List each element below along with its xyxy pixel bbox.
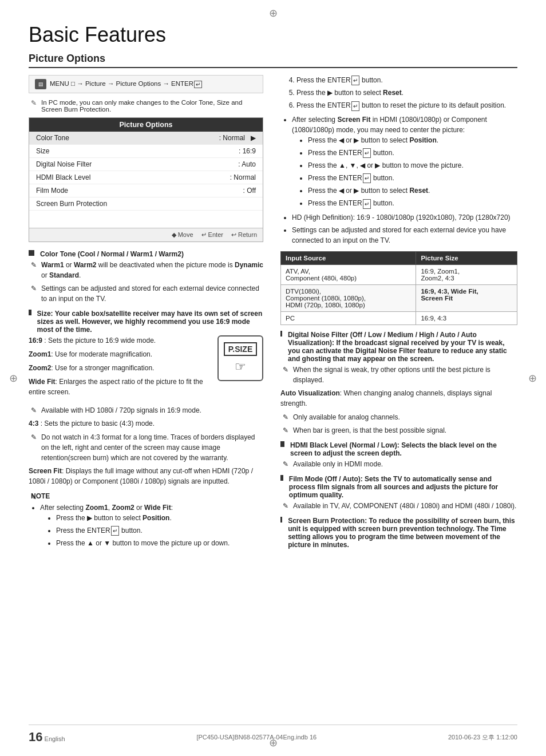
footer-return: ↩ Return xyxy=(231,231,257,239)
size-atv: 16:9, Zoom1,Zoom2, 4:3 xyxy=(416,264,517,284)
size-section: Size: Your cable box/satellite receiver … xyxy=(29,310,263,486)
enter-icon4: ↵ xyxy=(351,101,359,111)
option-row-dnf[interactable]: Digital Noise Filter : Auto xyxy=(29,158,263,171)
hd-note: HD (High Definition): 16:9 - 1080i/1080p… xyxy=(292,212,517,223)
source-dtv: DTV(1080i),Component (1080i, 1080p),HDMI… xyxy=(281,284,416,311)
enter-icon6: ↵ xyxy=(363,173,371,183)
section-title: Picture Options xyxy=(29,53,517,68)
option-value: : Auto xyxy=(238,160,256,168)
input-source-table: Input Source Picture Size ATV, AV,Compon… xyxy=(280,251,517,325)
size-43-warn: Do not watch in 4:3 format for a long ti… xyxy=(29,432,263,463)
table-header-size: Picture Size xyxy=(416,251,517,264)
option-row-size[interactable]: Size : 16:9 xyxy=(29,145,263,158)
footer-date: 2010-06-23 오후 1:12:00 xyxy=(448,733,517,742)
menu-icon: ▤ xyxy=(35,79,46,89)
page-number: 16 xyxy=(29,730,42,744)
page-title: Basic Features xyxy=(29,23,517,47)
size-dtv: 16:9, 4:3, Wide Fit,Screen Fit xyxy=(416,284,517,311)
footer-left: 16 English xyxy=(29,730,65,745)
sf-step-6: Press the ENTER↵ button. xyxy=(308,198,517,208)
settings-note: Settings can be adjusted and stored for … xyxy=(292,225,517,246)
source-atv: ATV, AV,Component (480i, 480p) xyxy=(281,264,416,284)
option-row-hdmiblack[interactable]: HDMI Black Level : Normal xyxy=(29,171,263,184)
option-row-colortone[interactable]: Color Tone : Normal ▶ xyxy=(29,132,263,145)
black-square-icon2 xyxy=(29,310,31,315)
table-row-pc: PC 16:9, 4:3 xyxy=(281,311,517,324)
source-pc: PC xyxy=(281,311,416,324)
color-tone-note2: Settings can be adjusted and stored for … xyxy=(29,283,263,304)
language-label: English xyxy=(45,735,65,742)
option-value: : Normal ▶ xyxy=(219,134,256,142)
zoom-step-3: Press the ▲ or ▼ button to move the pict… xyxy=(56,538,263,548)
screen-fit-desc: Screen Fit: Displays the full image with… xyxy=(29,466,263,486)
table-header-source: Input Source xyxy=(281,251,416,264)
page-footer: 16 English [PC450-USA]BN68-02577A-04Eng.… xyxy=(29,725,517,745)
footer-enter: ↵ Enter xyxy=(201,231,223,239)
step-4: Press the ENTER↵ button. xyxy=(296,75,517,85)
option-label: Screen Burn Protection xyxy=(36,200,107,208)
menu-path: ▤ MENU □ → Picture → Picture Options → E… xyxy=(29,75,263,93)
size-43: 4:3 : Sets the picture to basic (4:3) mo… xyxy=(29,418,263,429)
pc-mode-note: In PC mode, you can only make changes to… xyxy=(29,99,263,113)
option-row-filmmode[interactable]: Film Mode : Off xyxy=(29,184,263,197)
option-value: : Off xyxy=(243,187,256,195)
hand-icon: ☞ xyxy=(235,359,246,374)
note-section: NOTE After selecting Zoom1, Zoom2 or Wid… xyxy=(29,492,263,548)
enter-icon: ↵ xyxy=(194,81,202,88)
black-square-icon6 xyxy=(280,517,282,523)
page: ⊕ ⊕ ⊕ ⊕ Basic Features Picture Options ▤… xyxy=(0,0,546,756)
option-label: Digital Noise Filter xyxy=(36,160,92,168)
color-tone-section: Color Tone (Cool / Normal / Warm1 / Warm… xyxy=(29,250,263,304)
zoom-step-1: Press the ▶ button to select Position. xyxy=(56,513,263,523)
zoom-steps: Press the ▶ button to select Position. P… xyxy=(40,513,263,548)
screen-burn-section: Screen Burn Protection: To reduce the po… xyxy=(280,517,517,549)
table-title: Picture Options xyxy=(29,118,263,132)
table-row-dtv: DTV(1080i),Component (1080i, 1080p),HDMI… xyxy=(281,284,517,311)
size-hd-note: Available with HD 1080i / 720p signals i… xyxy=(29,405,263,415)
auto-viz: Auto Visualization: When changing analog… xyxy=(280,388,517,409)
sf-step-2: Press the ENTER↵ button. xyxy=(308,148,517,158)
black-square-icon xyxy=(29,250,34,256)
psize-label: P.SIZE xyxy=(224,342,258,356)
sf-step-1: Press the ◀ or ▶ button to select Positi… xyxy=(308,135,517,145)
size-pc: 16:9, 4:3 xyxy=(416,311,517,324)
option-value: : 16:9 xyxy=(239,147,256,155)
footer-move: ◆ Move xyxy=(172,231,193,239)
right-notes-list: After selecting Screen Fit in HDMI (1080… xyxy=(280,114,517,246)
menu-path-text: MENU □ → Picture → Picture Options → ENT… xyxy=(50,80,203,88)
crosshair-left-icon: ⊕ xyxy=(9,372,18,385)
left-column: ▤ MENU □ → Picture → Picture Options → E… xyxy=(29,75,263,555)
color-tone-note1: Warm1 or Warm2 will be deactivated when … xyxy=(29,260,263,280)
black-square-icon4 xyxy=(280,441,284,447)
main-content: ▤ MENU □ → Picture → Picture Options → E… xyxy=(29,75,517,555)
dnf-section: Digital Noise Filter (Off / Low / Medium… xyxy=(280,331,517,436)
hdmi-black-note: Available only in HDMI mode. xyxy=(280,459,517,469)
film-mode-section: Film Mode (Off / Auto): Sets the TV to a… xyxy=(280,475,517,511)
dnf-note2: Only available for analog channels. xyxy=(280,412,517,422)
film-mode-note: Available in TV, AV, COMPONENT (480i / 1… xyxy=(280,501,517,511)
enter-icon2: ↵ xyxy=(111,526,119,536)
footer-file: [PC450-USA]BN68-02577A-04Eng.indb 16 xyxy=(196,734,316,741)
psize-button: P.SIZE ☞ xyxy=(217,335,263,381)
option-value: : Normal xyxy=(230,173,256,181)
step-6: Press the ENTER↵ button to reset the pic… xyxy=(296,100,517,110)
color-tone-title: Color Tone (Cool / Normal / Warm1 / Warm… xyxy=(29,250,263,258)
enter-icon3: ↵ xyxy=(351,76,359,85)
dnf-note1: When the signal is weak, try other optio… xyxy=(280,365,517,385)
right-column: Press the ENTER↵ button. Press the ▶ but… xyxy=(280,75,517,555)
option-label: Size xyxy=(36,147,49,155)
sf-step-5: Press the ◀ or ▶ button to select Reset. xyxy=(308,185,517,196)
psize-area: P.SIZE ☞ 16:9 : Sets the picture to 16:9… xyxy=(29,335,263,401)
option-label: HDMI Black Level xyxy=(36,173,90,181)
note-item-zoom: After selecting Zoom1, Zoom2 or Wide Fit… xyxy=(40,502,263,548)
enter-icon7: ↵ xyxy=(363,199,371,209)
picture-options-table: Picture Options Color Tone : Normal ▶ Si… xyxy=(29,117,263,242)
option-label: Color Tone xyxy=(36,134,69,142)
black-square-icon5 xyxy=(280,475,283,481)
dnf-title: Digital Noise Filter (Off / Low / Medium… xyxy=(280,331,517,363)
screen-fit-note: After selecting Screen Fit in HDMI (1080… xyxy=(292,114,517,209)
option-row-screenburn[interactable]: Screen Burn Protection xyxy=(29,197,263,211)
table-footer: ◆ Move ↵ Enter ↩ Return xyxy=(29,228,263,242)
crosshair-right-icon: ⊕ xyxy=(528,372,537,385)
screen-fit-steps: Press the ◀ or ▶ button to select Positi… xyxy=(292,135,517,209)
